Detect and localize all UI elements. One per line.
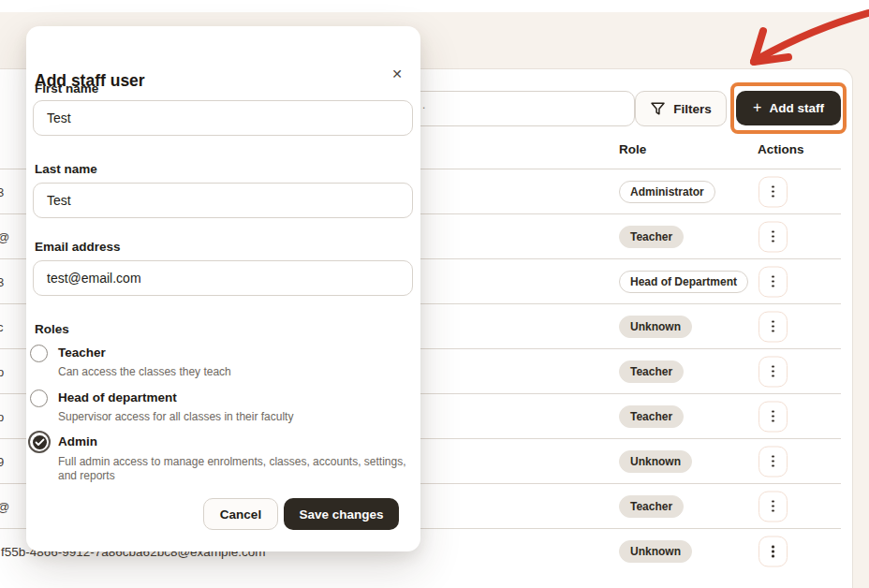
role-badge: Head of Department	[619, 271, 748, 293]
row-left-fragment: c	[0, 319, 4, 333]
row-actions-menu-button[interactable]	[759, 176, 788, 207]
close-icon[interactable]: ✕	[386, 63, 408, 85]
head-of-department-role-label: Head of department	[58, 390, 177, 404]
row-left-fragment: @	[0, 499, 9, 513]
filters-label: Filters	[673, 102, 712, 116]
role-badge: Unknown	[619, 540, 692, 563]
add-staff-user-modal: Add staff user ✕ First name Last name Em…	[26, 26, 420, 551]
add-staff-label: Add staff	[769, 101, 824, 115]
plus-icon: +	[753, 100, 761, 115]
row-left-fragment: 3	[0, 274, 4, 288]
save-changes-button[interactable]: Save changes	[284, 498, 399, 530]
last-name-label: Last name	[35, 162, 97, 176]
filters-button[interactable]: Filters	[635, 91, 727, 126]
head-of-department-checkbox[interactable]	[30, 390, 48, 407]
check-icon	[35, 438, 45, 447]
roles-label: Roles	[35, 322, 69, 336]
row-left-fragment: @	[0, 229, 9, 243]
teacher-role-label: Teacher	[58, 345, 106, 360]
admin-checkbox[interactable]	[28, 431, 51, 453]
row-actions-menu-button[interactable]	[759, 537, 788, 567]
column-header-role: Role	[619, 142, 646, 156]
role-badge: Administrator	[619, 181, 715, 203]
row-left-fragment: 9	[0, 454, 4, 468]
role-badge: Teacher	[619, 360, 684, 383]
column-header-actions: Actions	[758, 142, 804, 156]
row-actions-menu-button[interactable]	[759, 266, 788, 297]
row-actions-menu-button[interactable]	[759, 491, 788, 522]
first-name-label: First name	[35, 81, 98, 96]
role-badge: Teacher	[619, 405, 684, 428]
row-left-fragment: o	[0, 409, 4, 423]
row-left-fragment: o	[0, 364, 4, 378]
email-field[interactable]	[33, 260, 413, 296]
row-actions-menu-button[interactable]	[759, 401, 788, 432]
teacher-checkbox[interactable]	[30, 345, 48, 362]
first-name-field[interactable]	[33, 100, 413, 136]
row-left-fragment: 3	[0, 184, 4, 198]
annotation-arrow-icon	[730, 5, 869, 74]
row-actions-menu-button[interactable]	[759, 356, 788, 387]
row-actions-menu-button[interactable]	[759, 221, 788, 252]
admin-role-label: Admin	[58, 434, 97, 448]
role-badge: Teacher	[619, 495, 684, 518]
row-actions-menu-button[interactable]	[759, 446, 788, 477]
role-badge: Unknown	[619, 450, 692, 473]
role-badge: Unknown	[619, 316, 692, 338]
row-actions-menu-button[interactable]	[759, 311, 788, 342]
admin-role-description: Full admin access to manage enrolments, …	[58, 455, 406, 483]
email-address-label: Email address	[35, 240, 121, 254]
last-name-field[interactable]	[33, 183, 413, 218]
cancel-button[interactable]: Cancel	[203, 498, 278, 530]
add-staff-button[interactable]: + Add staff	[736, 91, 841, 125]
teacher-role-description: Can access the classes they teach	[58, 365, 406, 379]
funnel-icon	[650, 101, 666, 117]
screen: .. Filters + Add staff Role Actions 3 Ad…	[0, 0, 869, 588]
role-badge: Teacher	[619, 226, 684, 248]
head-of-department-role-description: Supervisor access for all classes in the…	[58, 410, 406, 424]
